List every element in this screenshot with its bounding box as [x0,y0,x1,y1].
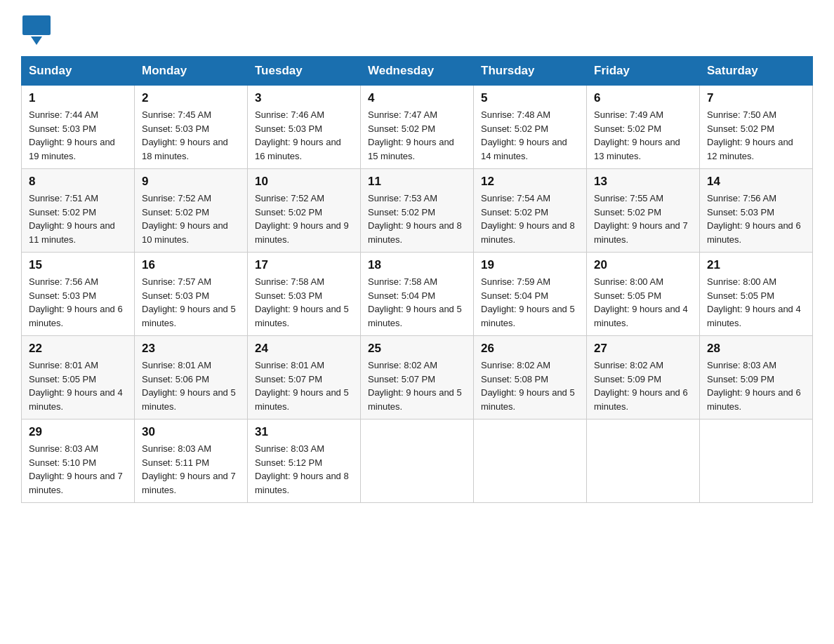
calendar-cell: 3 Sunrise: 7:46 AM Sunset: 5:03 PM Dayli… [248,86,361,169]
day-number: 20 [594,258,692,272]
calendar-week-row: 22 Sunrise: 8:01 AM Sunset: 5:05 PM Dayl… [22,336,813,420]
calendar-header-row: SundayMondayTuesdayWednesdayThursdayFrid… [22,57,813,86]
day-info: Sunrise: 8:02 AM Sunset: 5:07 PM Dayligh… [368,358,466,413]
calendar-cell: 10 Sunrise: 7:52 AM Sunset: 5:02 PM Dayl… [248,169,361,253]
calendar-cell: 31 Sunrise: 8:03 AM Sunset: 5:12 PM Dayl… [248,420,361,503]
day-number: 3 [255,91,353,105]
calendar-cell: 15 Sunrise: 7:56 AM Sunset: 5:03 PM Dayl… [22,253,135,336]
calendar-week-row: 1 Sunrise: 7:44 AM Sunset: 5:03 PM Dayli… [22,86,813,169]
calendar-cell: 25 Sunrise: 8:02 AM Sunset: 5:07 PM Dayl… [361,336,474,420]
calendar-cell: 24 Sunrise: 8:01 AM Sunset: 5:07 PM Dayl… [248,336,361,420]
day-info: Sunrise: 7:55 AM Sunset: 5:02 PM Dayligh… [594,192,692,246]
day-number: 29 [29,425,127,439]
day-number: 5 [481,91,579,105]
day-number: 11 [368,175,466,189]
calendar-cell: 1 Sunrise: 7:44 AM Sunset: 5:03 PM Dayli… [22,86,135,169]
day-number: 7 [707,91,805,105]
day-number: 22 [29,342,127,356]
calendar-cell: 4 Sunrise: 7:47 AM Sunset: 5:02 PM Dayli… [361,86,474,169]
calendar-cell: 2 Sunrise: 7:45 AM Sunset: 5:03 PM Dayli… [135,86,248,169]
day-info: Sunrise: 8:02 AM Sunset: 5:09 PM Dayligh… [594,358,692,413]
calendar-cell [361,420,474,503]
day-number: 24 [255,342,353,356]
day-number: 19 [481,258,579,272]
day-info: Sunrise: 7:53 AM Sunset: 5:02 PM Dayligh… [368,192,466,246]
calendar-cell: 5 Sunrise: 7:48 AM Sunset: 5:02 PM Dayli… [474,86,587,169]
calendar-cell: 7 Sunrise: 7:50 AM Sunset: 5:02 PM Dayli… [700,86,813,169]
day-info: Sunrise: 8:03 AM Sunset: 5:11 PM Dayligh… [142,442,240,497]
calendar-cell: 18 Sunrise: 7:58 AM Sunset: 5:04 PM Dayl… [361,253,474,336]
day-info: Sunrise: 7:52 AM Sunset: 5:02 PM Dayligh… [255,192,353,246]
day-info: Sunrise: 7:50 AM Sunset: 5:02 PM Dayligh… [707,108,805,163]
day-info: Sunrise: 8:03 AM Sunset: 5:09 PM Dayligh… [707,358,805,413]
day-info: Sunrise: 8:00 AM Sunset: 5:05 PM Dayligh… [707,275,805,330]
calendar-week-row: 8 Sunrise: 7:51 AM Sunset: 5:02 PM Dayli… [22,169,813,253]
column-header-friday: Friday [587,57,700,86]
day-info: Sunrise: 7:47 AM Sunset: 5:02 PM Dayligh… [368,108,466,163]
calendar-cell: 21 Sunrise: 8:00 AM Sunset: 5:05 PM Dayl… [700,253,813,336]
day-number: 31 [255,425,353,439]
day-info: Sunrise: 7:58 AM Sunset: 5:03 PM Dayligh… [255,275,353,330]
day-number: 4 [368,91,466,105]
calendar-cell: 30 Sunrise: 8:03 AM Sunset: 5:11 PM Dayl… [135,420,248,503]
day-number: 25 [368,342,466,356]
day-number: 17 [255,258,353,272]
calendar-cell: 16 Sunrise: 7:57 AM Sunset: 5:03 PM Dayl… [135,253,248,336]
day-number: 6 [594,91,692,105]
day-number: 21 [707,258,805,272]
logo [21,14,55,45]
calendar-cell: 9 Sunrise: 7:52 AM Sunset: 5:02 PM Dayli… [135,169,248,253]
day-number: 27 [594,342,692,356]
day-info: Sunrise: 7:56 AM Sunset: 5:03 PM Dayligh… [707,192,805,246]
day-info: Sunrise: 7:51 AM Sunset: 5:02 PM Dayligh… [29,192,127,246]
header [21,14,813,45]
day-info: Sunrise: 8:01 AM Sunset: 5:06 PM Dayligh… [142,358,240,413]
logo-icon [21,14,52,45]
column-header-wednesday: Wednesday [361,57,474,86]
day-number: 23 [142,342,240,356]
calendar-cell: 17 Sunrise: 7:58 AM Sunset: 5:03 PM Dayl… [248,253,361,336]
column-header-monday: Monday [135,57,248,86]
day-info: Sunrise: 7:45 AM Sunset: 5:03 PM Dayligh… [142,108,240,163]
day-number: 9 [142,175,240,189]
day-info: Sunrise: 8:01 AM Sunset: 5:05 PM Dayligh… [29,358,127,413]
day-info: Sunrise: 7:57 AM Sunset: 5:03 PM Dayligh… [142,275,240,330]
day-info: Sunrise: 8:03 AM Sunset: 5:10 PM Dayligh… [29,442,127,497]
day-number: 28 [707,342,805,356]
day-info: Sunrise: 7:49 AM Sunset: 5:02 PM Dayligh… [594,108,692,163]
calendar-week-row: 29 Sunrise: 8:03 AM Sunset: 5:10 PM Dayl… [22,420,813,503]
calendar-cell: 19 Sunrise: 7:59 AM Sunset: 5:04 PM Dayl… [474,253,587,336]
svg-marker-1 [31,36,42,45]
calendar-cell: 28 Sunrise: 8:03 AM Sunset: 5:09 PM Dayl… [700,336,813,420]
day-info: Sunrise: 7:54 AM Sunset: 5:02 PM Dayligh… [481,192,579,246]
day-info: Sunrise: 7:48 AM Sunset: 5:02 PM Dayligh… [481,108,579,163]
day-info: Sunrise: 7:56 AM Sunset: 5:03 PM Dayligh… [29,275,127,330]
day-number: 14 [707,175,805,189]
calendar-cell: 11 Sunrise: 7:53 AM Sunset: 5:02 PM Dayl… [361,169,474,253]
column-header-thursday: Thursday [474,57,587,86]
column-header-sunday: Sunday [22,57,135,86]
calendar-cell [700,420,813,503]
calendar-table: SundayMondayTuesdayWednesdayThursdayFrid… [21,56,813,503]
day-info: Sunrise: 8:01 AM Sunset: 5:07 PM Dayligh… [255,358,353,413]
calendar-cell: 29 Sunrise: 8:03 AM Sunset: 5:10 PM Dayl… [22,420,135,503]
calendar-cell [587,420,700,503]
day-number: 13 [594,175,692,189]
day-info: Sunrise: 8:00 AM Sunset: 5:05 PM Dayligh… [594,275,692,330]
calendar-cell: 8 Sunrise: 7:51 AM Sunset: 5:02 PM Dayli… [22,169,135,253]
logo-area [21,14,55,45]
day-info: Sunrise: 7:52 AM Sunset: 5:02 PM Dayligh… [142,192,240,246]
day-number: 18 [368,258,466,272]
calendar-cell: 12 Sunrise: 7:54 AM Sunset: 5:02 PM Dayl… [474,169,587,253]
calendar-cell: 26 Sunrise: 8:02 AM Sunset: 5:08 PM Dayl… [474,336,587,420]
calendar-cell [474,420,587,503]
day-number: 26 [481,342,579,356]
day-number: 16 [142,258,240,272]
day-info: Sunrise: 8:03 AM Sunset: 5:12 PM Dayligh… [255,442,353,497]
day-number: 2 [142,91,240,105]
day-info: Sunrise: 7:58 AM Sunset: 5:04 PM Dayligh… [368,275,466,330]
day-number: 1 [29,91,127,105]
calendar-week-row: 15 Sunrise: 7:56 AM Sunset: 5:03 PM Dayl… [22,253,813,336]
calendar-cell: 23 Sunrise: 8:01 AM Sunset: 5:06 PM Dayl… [135,336,248,420]
day-number: 15 [29,258,127,272]
